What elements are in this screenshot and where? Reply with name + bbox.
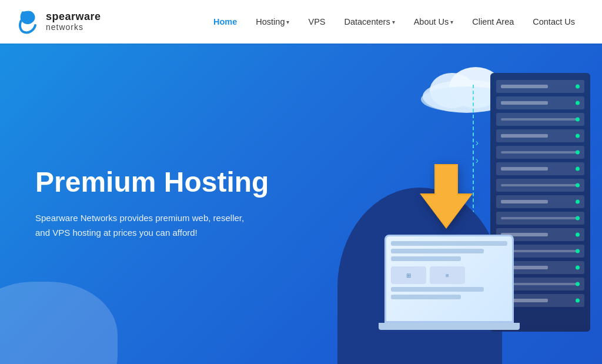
laptop-base bbox=[379, 323, 520, 330]
hero-illustration: › › bbox=[273, 44, 602, 364]
screen-icon-row: ⊞ ≡ bbox=[391, 266, 507, 284]
svg-marker-6 bbox=[422, 165, 471, 227]
logo-icon bbox=[18, 9, 41, 35]
hero-section: Premium Hosting Spearware Networks provi… bbox=[0, 44, 602, 364]
cable-arrow-1: › bbox=[476, 138, 479, 148]
nav-item-vps[interactable]: VPS bbox=[299, 0, 335, 44]
rack-unit bbox=[496, 212, 584, 225]
rack-unit bbox=[496, 113, 584, 126]
nav-link-about[interactable]: About Us ▾ bbox=[404, 0, 463, 44]
nav-link-vps[interactable]: VPS bbox=[299, 0, 335, 44]
chevron-down-icon-2: ▾ bbox=[392, 19, 395, 25]
nav-item-datacenters[interactable]: Datacenters ▾ bbox=[335, 0, 404, 44]
logo-brand-sub: networks bbox=[46, 23, 101, 32]
hero-text-block: Premium Hosting Spearware Networks provi… bbox=[0, 167, 269, 240]
screen-bar bbox=[391, 249, 484, 253]
logo-text: spearware networks bbox=[46, 11, 101, 32]
screen-bar bbox=[391, 241, 507, 246]
hero-title: Premium Hosting bbox=[35, 167, 269, 198]
screen-icon-box: ⊞ bbox=[391, 266, 426, 284]
screen-icon-box-2: ≡ bbox=[430, 266, 465, 284]
nav-link-client[interactable]: Client Area bbox=[463, 0, 523, 44]
rack-unit bbox=[496, 195, 584, 208]
screen-content: ⊞ ≡ bbox=[386, 236, 512, 304]
nav-item-client[interactable]: Client Area bbox=[463, 0, 523, 44]
logo-brand-name: spearware bbox=[46, 11, 101, 23]
screen-bar bbox=[391, 256, 461, 261]
nav-links: Home Hosting ▾ VPS Datacenters ▾ About U… bbox=[204, 0, 584, 44]
hero-subtitle: Spearware Networks provides premium web,… bbox=[35, 211, 259, 241]
logo-link[interactable]: spearware networks bbox=[18, 9, 101, 35]
nav-item-contact[interactable]: Contact Us bbox=[523, 0, 584, 44]
nav-link-hosting[interactable]: Hosting ▾ bbox=[246, 0, 299, 44]
rack-unit bbox=[496, 179, 584, 192]
nav-item-about[interactable]: About Us ▾ bbox=[404, 0, 463, 44]
rack-unit bbox=[496, 96, 584, 109]
laptop-screen: ⊞ ≡ bbox=[384, 235, 514, 323]
cable-arrow-2: › bbox=[476, 155, 479, 166]
decorative-blob bbox=[0, 282, 118, 364]
download-arrow bbox=[417, 161, 476, 234]
laptop-graphic: ⊞ ≡ bbox=[373, 235, 526, 352]
nav-item-home[interactable]: Home bbox=[204, 0, 246, 44]
rack-unit bbox=[496, 146, 584, 159]
nav-item-hosting[interactable]: Hosting ▾ bbox=[246, 0, 299, 44]
navbar: spearware networks Home Hosting ▾ VPS Da… bbox=[0, 0, 602, 44]
screen-bar bbox=[391, 295, 461, 299]
rack-unit bbox=[496, 129, 584, 142]
rack-unit bbox=[496, 162, 584, 175]
nav-link-datacenters[interactable]: Datacenters ▾ bbox=[335, 0, 404, 44]
screen-bar bbox=[391, 287, 484, 292]
rack-unit bbox=[496, 80, 584, 93]
nav-link-home[interactable]: Home bbox=[204, 0, 246, 44]
chevron-down-icon-3: ▾ bbox=[450, 19, 453, 25]
chevron-down-icon: ▾ bbox=[286, 19, 289, 25]
nav-link-contact[interactable]: Contact Us bbox=[523, 0, 584, 44]
